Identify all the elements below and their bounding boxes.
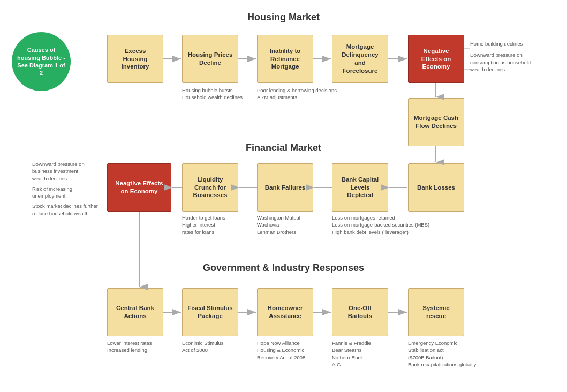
node-mortgage-cashflow: Mortgage Cash Flow Declines — [408, 98, 464, 146]
annotation-homeowner: Hope Now Alliance Housing & EconomicReco… — [257, 340, 305, 361]
node-mortgage-delinquency: Mortgage Delinquency and Foreclosure — [332, 35, 388, 83]
node-liquidity: Liquidity Crunch for Businesses — [182, 163, 238, 212]
node-housing-prices: Housing Prices Decline — [182, 35, 238, 83]
node-inability: Inability to Refinance Mortgage — [257, 35, 313, 83]
annotation-liquidity: Harder to get loans Higher interestrates… — [182, 214, 225, 236]
housing-title: Housing Market — [0, 12, 567, 23]
government-title: Government & Industry Responses — [0, 262, 567, 274]
node-negative-effects-top: Negative Effects on Economy — [408, 35, 464, 83]
annotation-systemic: Emergency EconomicStabilization act($700… — [408, 340, 476, 368]
node-negative-effects-left: Neagtive Effects on Economy — [107, 163, 171, 212]
annotation-inability: Poor lending & borrowing decisions ARM a… — [257, 87, 337, 101]
node-bank-failures: Bank Failures — [257, 163, 313, 212]
annotation-bank-failures: Washington Mutual Wachovia Lehman Brothe… — [257, 214, 300, 236]
annotation-central-bank: Lower interest rates Increased lending — [107, 340, 152, 354]
node-bank-capital: Bank Capital Levels Depleted — [332, 163, 388, 212]
annotation-fiscal: Econimic StimulusAct of 2008 — [182, 340, 224, 354]
causes-circle: Causes of housing Bubble - See Diagram 1… — [12, 32, 71, 91]
node-bank-losses: Bank Losses — [408, 163, 464, 212]
annotation-negative-right: Home building declines Downward pressure… — [470, 40, 531, 73]
annotation-negative-left: Downward pressure onbusiness investmentw… — [32, 161, 98, 217]
diagram-container: Housing Market Financial Market Governme… — [0, 0, 567, 392]
node-one-off: One-Off Bailouts — [332, 288, 388, 336]
annotation-housing-prices: Housing bubble bursts Household wealth d… — [182, 87, 243, 101]
node-central-bank: Central Bank Actions — [107, 288, 163, 336]
node-fiscal-stimulus: Fiscal Stimulus Package — [182, 288, 238, 336]
annotation-bank-losses: Loss on mortgages retained Loss on mortg… — [332, 214, 429, 236]
node-homeowner: Homeowner Assistance — [257, 288, 313, 336]
node-excess-housing: Excess Housing Inventory — [107, 35, 163, 83]
annotation-one-off: Fannie & Freddie Bear Stearns Nothern Ro… — [332, 340, 371, 368]
node-systemic: Systemic rescue — [408, 288, 464, 336]
financial-title: Financial Market — [0, 142, 567, 154]
